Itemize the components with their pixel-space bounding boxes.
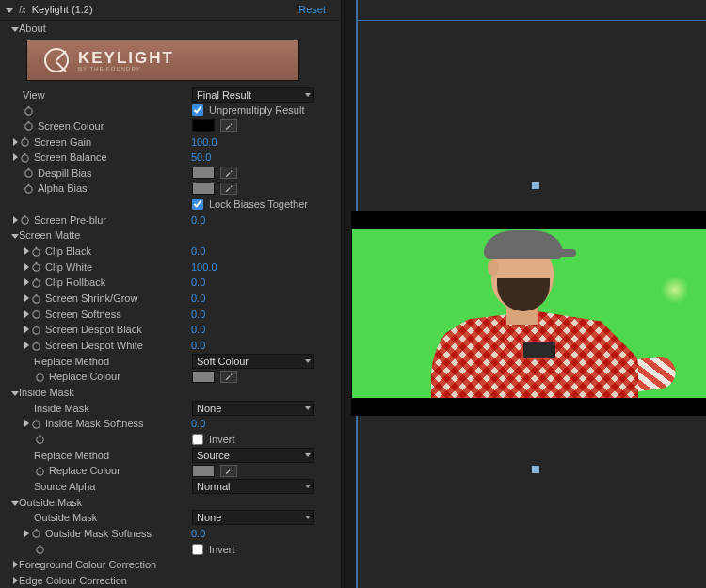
stopwatch-icon[interactable]	[30, 246, 41, 257]
stopwatch-icon[interactable]	[30, 262, 41, 273]
expand-toggle[interactable]	[11, 215, 19, 226]
svg-rect-33	[39, 435, 40, 437]
expand-toggle[interactable]	[11, 136, 19, 148]
im-replace-method-row: Replace Method Source	[0, 447, 341, 463]
im-replace-method-select[interactable]: Source	[192, 448, 314, 463]
foreground-cc-toggle[interactable]	[11, 559, 19, 570]
outside-mask-toggle[interactable]	[11, 497, 19, 508]
stopwatch-icon[interactable]	[30, 418, 41, 429]
inside-mask-toggle[interactable]	[11, 387, 19, 398]
edge-cc-toggle[interactable]	[11, 575, 19, 586]
stopwatch-icon[interactable]	[30, 528, 41, 539]
expand-toggle[interactable]	[23, 309, 30, 320]
stopwatch-icon[interactable]	[30, 309, 41, 320]
expand-toggle[interactable]	[23, 528, 30, 539]
preview-canvas[interactable]	[352, 212, 706, 415]
outside-mask-row: Outside Mask None	[0, 510, 341, 526]
stopwatch-icon[interactable]	[30, 277, 41, 288]
outside-mask-invert-row: Invert	[0, 541, 341, 557]
screen-colour-swatch[interactable]	[192, 119, 215, 132]
transform-handle[interactable]	[532, 182, 539, 189]
sm-replace-colour-label: Replace Colour	[49, 371, 120, 382]
foreground-cc-section: Foreground Colour Correction	[0, 557, 341, 573]
stopwatch-icon[interactable]	[34, 544, 45, 555]
sm-replace-colour-swatch[interactable]	[192, 371, 215, 383]
despot-white-value[interactable]: 0.0	[191, 340, 205, 351]
alpha-bias-row: Alpha Bias	[0, 181, 341, 197]
source-alpha-select[interactable]: Normal	[192, 479, 314, 494]
screen-balance-value[interactable]: 50.0	[191, 151, 211, 163]
stopwatch-icon[interactable]	[34, 434, 45, 445]
expand-toggle[interactable]	[23, 418, 30, 429]
stopwatch-icon[interactable]	[23, 183, 34, 194]
svg-point-16	[32, 264, 39, 271]
eyedropper-icon[interactable]	[220, 183, 237, 195]
clip-black-value[interactable]: 0.0	[191, 246, 205, 257]
expand-toggle[interactable]	[23, 340, 30, 351]
despot-black-label: Screen Despot Black	[45, 324, 142, 335]
clip-white-value[interactable]: 100.0	[191, 262, 217, 273]
view-label: View	[23, 89, 45, 101]
expand-toggle[interactable]	[23, 293, 30, 304]
sm-replace-method-select[interactable]: Soft Colour	[192, 354, 314, 369]
clip-white-label: Clip White	[45, 262, 92, 273]
outside-mask-select[interactable]: None	[192, 510, 314, 525]
transform-handle[interactable]	[532, 466, 539, 473]
expand-toggle[interactable]	[23, 277, 30, 288]
inside-mask-invert-checkbox[interactable]	[192, 434, 203, 445]
svg-point-12	[21, 217, 27, 224]
despill-bias-swatch[interactable]	[192, 167, 215, 179]
outside-mask-section: Outside Mask	[0, 494, 341, 510]
shrink-grow-value[interactable]: 0.0	[191, 293, 205, 304]
stopwatch-icon[interactable]	[30, 324, 41, 335]
inside-mask-softness-value[interactable]: 0.0	[191, 418, 205, 429]
svg-rect-21	[35, 294, 37, 295]
stopwatch-icon[interactable]	[30, 293, 41, 304]
svg-point-10	[24, 186, 31, 193]
reset-link[interactable]: Reset	[298, 4, 326, 15]
lens-flare	[661, 276, 689, 304]
stopwatch-icon[interactable]	[34, 465, 45, 476]
stopwatch-icon[interactable]	[23, 104, 34, 116]
inside-mask-section: Inside Mask	[0, 385, 341, 401]
expand-toggle[interactable]	[23, 246, 30, 257]
despot-black-value[interactable]: 0.0	[191, 324, 205, 335]
stopwatch-icon[interactable]	[19, 215, 30, 226]
eyedropper-icon[interactable]	[220, 119, 237, 132]
despot-white-label: Screen Despot White	[45, 340, 143, 351]
unpremultiply-checkbox[interactable]	[192, 104, 203, 116]
clip-rollback-value[interactable]: 0.0	[191, 277, 205, 288]
eyedropper-icon[interactable]	[220, 371, 237, 383]
screen-gain-value[interactable]: 100.0	[191, 136, 217, 148]
stopwatch-icon[interactable]	[19, 151, 30, 163]
view-select[interactable]: Final Result	[192, 87, 314, 103]
lock-biases-checkbox[interactable]	[192, 199, 203, 210]
stopwatch-icon[interactable]	[23, 167, 34, 179]
outside-mask-softness-row: Outside Mask Softness 0.0	[0, 526, 341, 542]
im-replace-colour-swatch[interactable]	[192, 465, 215, 477]
outside-mask-softness-value[interactable]: 0.0	[191, 528, 205, 539]
screen-preblur-value[interactable]: 0.0	[191, 215, 205, 226]
svg-point-14	[32, 248, 39, 255]
eyedropper-icon[interactable]	[220, 167, 237, 179]
expand-toggle[interactable]	[23, 324, 30, 335]
outside-mask-invert-checkbox[interactable]	[192, 544, 203, 555]
collapse-effect-toggle[interactable]	[6, 4, 13, 15]
stopwatch-icon[interactable]	[19, 136, 30, 148]
composition-viewer[interactable]	[358, 0, 706, 588]
effect-title[interactable]: Keylight (1.2)	[32, 4, 293, 15]
eyedropper-icon[interactable]	[220, 465, 237, 477]
expand-toggle[interactable]	[23, 262, 30, 273]
inside-mask-select[interactable]: None	[192, 401, 314, 416]
sm-softness-value[interactable]: 0.0	[191, 309, 205, 320]
expand-toggle[interactable]	[11, 151, 19, 163]
stopwatch-icon[interactable]	[23, 120, 34, 132]
about-toggle[interactable]	[11, 23, 19, 34]
stopwatch-icon[interactable]	[34, 371, 45, 382]
alpha-bias-swatch[interactable]	[192, 183, 215, 195]
svg-point-0	[24, 107, 31, 114]
screen-colour-row: Screen Colour	[0, 119, 341, 135]
svg-point-24	[32, 327, 39, 334]
stopwatch-icon[interactable]	[30, 340, 41, 351]
screen-matte-toggle[interactable]	[11, 230, 19, 241]
